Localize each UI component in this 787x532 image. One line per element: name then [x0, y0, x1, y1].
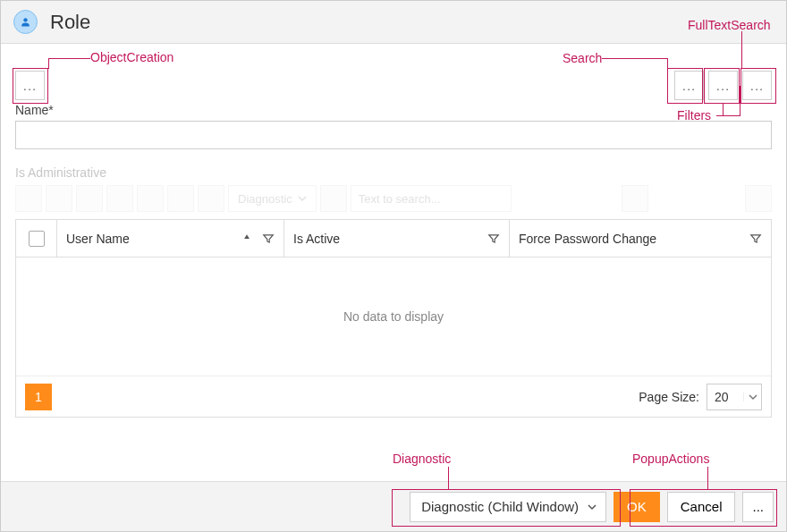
- col-force-label: Force Password Change: [519, 232, 656, 246]
- filter-icon[interactable]: [749, 232, 762, 245]
- ok-button[interactable]: OK: [614, 492, 660, 522]
- object-creation-button[interactable]: ...: [15, 71, 45, 100]
- toolbar: ... ... ... ...: [1, 44, 786, 97]
- ghost-chip-label: Diagnostic: [238, 192, 292, 206]
- ghost-diagnostic-chip[interactable]: Diagnostic: [228, 185, 317, 212]
- diagnostic-dropdown-label: Diagnostic (Child Window): [421, 499, 579, 514]
- ghost-more-button-2[interactable]: [198, 185, 224, 212]
- grid-toolbar: Diagnostic Text to search...: [1, 185, 786, 219]
- filter-icon[interactable]: [262, 232, 275, 245]
- select-all-checkbox[interactable]: [29, 231, 45, 247]
- name-input[interactable]: [15, 121, 772, 149]
- diagnostic-dropdown[interactable]: Diagnostic (Child Window): [410, 492, 606, 522]
- page-title: Role: [50, 11, 90, 34]
- filter-icon[interactable]: [487, 232, 500, 245]
- form: Name*: [1, 97, 786, 158]
- grid-header: User Name Is Active Force Password Chang…: [16, 220, 771, 258]
- page-size-value: 20: [707, 390, 743, 404]
- ghost-search-input[interactable]: Text to search...: [351, 185, 512, 212]
- ghost-export-button[interactable]: [137, 185, 164, 212]
- ghost-search-go[interactable]: [622, 185, 648, 212]
- cancel-button[interactable]: Cancel: [667, 492, 736, 522]
- col-user-label: User Name: [66, 232, 130, 246]
- ghost-overflow-button[interactable]: [745, 185, 772, 212]
- full-text-search-button[interactable]: ...: [742, 71, 772, 100]
- sort-asc-icon[interactable]: [241, 232, 253, 245]
- ghost-link-button[interactable]: [46, 185, 72, 212]
- page-size-select[interactable]: 20: [707, 384, 762, 410]
- chevron-down-icon: [588, 502, 597, 511]
- search-button[interactable]: ...: [674, 71, 704, 100]
- col-force-password[interactable]: Force Password Change: [510, 220, 771, 257]
- col-active-label: Is Active: [293, 232, 340, 246]
- page-1-button[interactable]: 1: [25, 384, 52, 410]
- is-administrative-label: Is Administrative: [1, 158, 786, 185]
- col-user-name[interactable]: User Name: [57, 220, 284, 257]
- ghost-delete-button[interactable]: [106, 185, 133, 212]
- page-size-label: Page Size:: [639, 390, 699, 404]
- ghost-add-button[interactable]: [15, 185, 42, 212]
- filters-button[interactable]: ...: [708, 71, 738, 100]
- role-icon: [13, 10, 38, 34]
- ghost-more-button-3[interactable]: [320, 185, 347, 212]
- chevron-down-icon: [743, 393, 761, 401]
- ghost-more-button-1[interactable]: [167, 185, 194, 212]
- ghost-unlink-button[interactable]: [76, 185, 103, 212]
- chevron-down-icon: [298, 194, 307, 203]
- more-actions-button[interactable]: ...: [742, 492, 774, 522]
- name-label: Name*: [15, 103, 772, 117]
- grid-footer: 1 Page Size: 20: [16, 376, 771, 417]
- col-is-active[interactable]: Is Active: [284, 220, 510, 257]
- users-grid: User Name Is Active Force Password Chang…: [15, 219, 772, 418]
- footer: Diagnostic (Child Window) OK Cancel ...: [1, 481, 786, 531]
- window-header: Role: [1, 1, 786, 44]
- svg-point-0: [23, 18, 27, 21]
- select-all-cell[interactable]: [16, 220, 57, 257]
- grid-empty-message: No data to display: [16, 258, 771, 376]
